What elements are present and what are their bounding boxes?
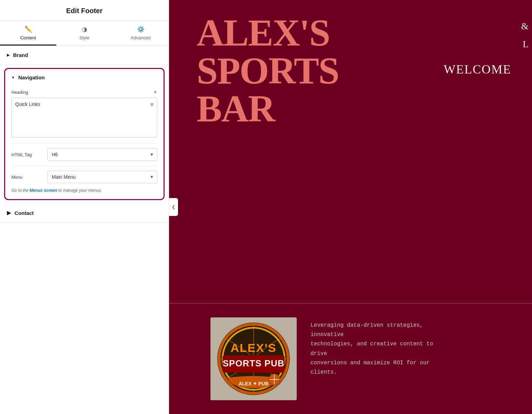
tab-advanced-label: Advanced [131, 35, 151, 40]
stack-icon[interactable]: ≡ [150, 101, 154, 108]
preview-panel: ❮ ALEX'S SPORTS BAR WELCOME & L [169, 0, 532, 414]
logo-svg: ALEX'S SPORTS PUB ALEX ✦ PUB [214, 321, 293, 397]
html-tag-select[interactable]: H6 H1 H2 H3 H4 H5 div span p [47, 148, 157, 161]
brand-section-header[interactable]: ▶ Brand [0, 46, 169, 64]
tagline-line3: conversions and maximize ROI for our cli… [311, 360, 430, 375]
html-tag-label: HTML Tag [11, 152, 42, 157]
svg-text:SPORTS PUB: SPORTS PUB [223, 358, 284, 368]
edit-panel: Edit Footer ✏️ Content ◑ Style ⚙️ Advanc… [0, 0, 169, 414]
logo-and-text: ALEX'S SPORTS PUB ALEX ✦ PUB Leveraging … [210, 317, 511, 400]
contact-arrow-icon: ▶ [7, 210, 11, 216]
side-text-ampersand: & [521, 21, 529, 32]
collapse-icon: ❮ [172, 205, 175, 209]
brand-arrow-icon: ▶ [7, 53, 10, 57]
bottom-area: ALEX'S SPORTS PUB ALEX ✦ PUB Leveraging … [169, 304, 532, 414]
brand-section: ▶ Brand [0, 46, 169, 65]
contact-label: Contact [14, 210, 34, 216]
divider-1 [11, 143, 157, 144]
menu-label: Menu [11, 175, 42, 180]
menus-screen-link[interactable]: Menus screen [30, 188, 57, 193]
hero-line2: SPORTS [197, 52, 339, 90]
brand-label: Brand [13, 52, 28, 58]
side-text-letter: L [523, 39, 529, 50]
tagline: Leveraging data-driven strategies, innov… [311, 317, 449, 377]
panel-header: Edit Footer [0, 0, 169, 21]
panel-title: Edit Footer [8, 7, 160, 15]
tab-content[interactable]: ✏️ Content [0, 21, 56, 46]
contact-section: ▶ Contact [0, 204, 169, 223]
sparkle-icon[interactable]: ✦ [153, 89, 157, 95]
tagline-line2: technologies, and creative content to dr… [311, 341, 433, 356]
navigation-section: ▼ Navigation Heading ✦ Quick Links ≡ HTM… [4, 68, 165, 200]
heading-label: Heading [11, 90, 28, 95]
hero-title: ALEX'S SPORTS BAR [197, 14, 339, 128]
navigation-section-header[interactable]: ▼ Navigation [5, 69, 164, 86]
tab-advanced[interactable]: ⚙️ Advanced [112, 21, 169, 46]
tab-content-label: Content [20, 35, 36, 40]
heading-field-label-row: Heading ✦ [11, 89, 157, 95]
collapse-handle[interactable]: ❮ [169, 198, 178, 216]
pencil-icon: ✏️ [24, 26, 32, 33]
navigation-label: Navigation [18, 75, 45, 80]
navigation-content: Heading ✦ Quick Links ≡ HTML Tag H6 H1 H… [5, 86, 164, 199]
svg-text:ALEX ✦ PUB: ALEX ✦ PUB [239, 381, 269, 386]
menu-select[interactable]: Main Menu Secondary Menu Footer Menu [47, 171, 157, 183]
side-text: & L [521, 21, 529, 50]
hint-suffix: to manage your menus. [57, 188, 102, 193]
contact-section-header[interactable]: ▶ Contact [0, 204, 169, 222]
heading-textarea-wrapper: Quick Links ≡ [11, 98, 157, 138]
hero-line1: ALEX'S [197, 14, 339, 52]
hero-area: ALEX'S SPORTS BAR WELCOME & L [169, 0, 532, 304]
menus-hint: Go to the Menus screen to manage your me… [11, 188, 157, 193]
html-tag-row: HTML Tag H6 H1 H2 H3 H4 H5 div span p ▼ [11, 148, 157, 161]
heading-field-row: Heading ✦ Quick Links ≡ [11, 89, 157, 138]
tab-style[interactable]: ◑ Style [56, 21, 112, 46]
divider-2 [11, 166, 157, 166]
menu-row: Menu Main Menu Secondary Menu Footer Men… [11, 171, 157, 183]
welcome-text: WELCOME [444, 62, 511, 77]
nav-arrow-icon: ▼ [11, 76, 15, 79]
logo-box: ALEX'S SPORTS PUB ALEX ✦ PUB [210, 317, 297, 400]
menu-select-wrapper: Main Menu Secondary Menu Footer Menu ▼ [47, 171, 157, 183]
gear-icon: ⚙️ [137, 26, 145, 33]
heading-textarea[interactable]: Quick Links [12, 98, 157, 136]
tabs-bar: ✏️ Content ◑ Style ⚙️ Advanced [0, 21, 169, 46]
tagline-line1: Leveraging data-driven strategies, innov… [311, 322, 423, 338]
hero-line3: BAR [197, 90, 339, 128]
svg-text:ALEX'S: ALEX'S [230, 341, 276, 354]
html-tag-select-wrapper: H6 H1 H2 H3 H4 H5 div span p ▼ [47, 148, 157, 161]
hint-prefix: Go to the [11, 188, 30, 193]
half-circle-icon: ◑ [82, 26, 87, 33]
tab-style-label: Style [79, 35, 89, 40]
